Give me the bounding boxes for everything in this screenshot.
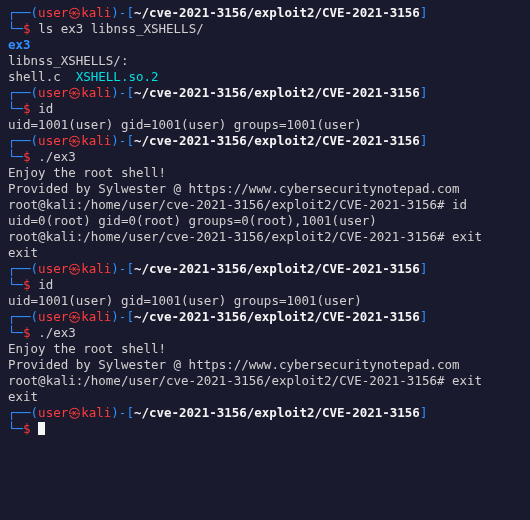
prompt-bracket: )-[ (111, 261, 134, 276)
prompt-corner-top: ┌──( (8, 5, 38, 20)
output-segment: libnss_XSHELLS/: (8, 53, 128, 68)
prompt-path: ~/cve-2021-3156/exploit2/CVE-2021-3156 (134, 309, 420, 324)
prompt-corner-bottom: └─ (8, 149, 23, 164)
output-line: libnss_XSHELLS/: (8, 53, 522, 69)
output-segment: root@kali:/home/user/cve-2021-3156/explo… (8, 229, 482, 244)
output-segment: uid=1001(user) gid=1001(user) groups=100… (8, 117, 362, 132)
output-line: root@kali:/home/user/cve-2021-3156/explo… (8, 373, 522, 389)
prompt-bracket-close: ] (420, 5, 428, 20)
output-segment: XSHELL.so.2 (76, 69, 159, 84)
prompt-line-2: └─$ id (8, 277, 522, 293)
prompt-corner-bottom: └─ (8, 325, 23, 340)
output-line: root@kali:/home/user/cve-2021-3156/explo… (8, 197, 522, 213)
output-segment: Enjoy the root shell! (8, 341, 166, 356)
prompt-corner-bottom: └─ (8, 421, 23, 436)
output-line: shell.c XSHELL.so.2 (8, 69, 522, 85)
output-segment: exit (8, 389, 38, 404)
prompt-host: kali (81, 5, 111, 20)
prompt-user: user (38, 309, 68, 324)
output-segment: Provided by Sylwester @ https://www.cybe… (8, 181, 460, 196)
output-segment: uid=0(root) gid=0(root) groups=0(root),1… (8, 213, 377, 228)
prompt-dollar: $ (23, 149, 38, 164)
output-line: uid=0(root) gid=0(root) groups=0(root),1… (8, 213, 522, 229)
output-line: root@kali:/home/user/cve-2021-3156/explo… (8, 229, 522, 245)
output-segment: uid=1001(user) gid=1001(user) groups=100… (8, 293, 362, 308)
prompt-dollar: $ (23, 325, 38, 340)
prompt-bracket-close: ] (420, 405, 428, 420)
output-line: exit (8, 245, 522, 261)
prompt-bracket: )-[ (111, 309, 134, 324)
prompt-host: kali (81, 405, 111, 420)
cursor (38, 422, 45, 435)
prompt-path: ~/cve-2021-3156/exploit2/CVE-2021-3156 (134, 261, 420, 276)
output-line: exit (8, 389, 522, 405)
output-segment: root@kali:/home/user/cve-2021-3156/explo… (8, 197, 467, 212)
prompt-host: kali (81, 261, 111, 276)
command-text[interactable]: ls ex3 libnss_XSHELLS/ (38, 21, 204, 36)
prompt-dollar: $ (23, 277, 38, 292)
prompt-at: ㉿ (68, 309, 81, 324)
output-line: Provided by Sylwester @ https://www.cybe… (8, 181, 522, 197)
prompt-line-2: └─$ ls ex3 libnss_XSHELLS/ (8, 21, 522, 37)
prompt-path: ~/cve-2021-3156/exploit2/CVE-2021-3156 (134, 405, 420, 420)
prompt-path: ~/cve-2021-3156/exploit2/CVE-2021-3156 (134, 133, 420, 148)
prompt-line-1: ┌──(user㉿kali)-[~/cve-2021-3156/exploit2… (8, 85, 522, 101)
output-line: uid=1001(user) gid=1001(user) groups=100… (8, 117, 522, 133)
prompt-corner-top: ┌──( (8, 85, 38, 100)
output-segment: ex3 (8, 37, 31, 52)
prompt-corner-top: ┌──( (8, 133, 38, 148)
terminal-window[interactable]: ┌──(user㉿kali)-[~/cve-2021-3156/exploit2… (0, 0, 530, 442)
prompt-corner-top: ┌──( (8, 405, 38, 420)
output-line: Enjoy the root shell! (8, 165, 522, 181)
command-text[interactable]: id (38, 101, 53, 116)
prompt-at: ㉿ (68, 405, 81, 420)
output-segment: shell.c (8, 69, 76, 84)
prompt-line-1: ┌──(user㉿kali)-[~/cve-2021-3156/exploit2… (8, 309, 522, 325)
prompt-at: ㉿ (68, 5, 81, 20)
output-segment: exit (8, 245, 38, 260)
command-text[interactable]: ./ex3 (38, 325, 76, 340)
prompt-user: user (38, 5, 68, 20)
prompt-corner-top: ┌──( (8, 309, 38, 324)
prompt-corner-bottom: └─ (8, 101, 23, 116)
prompt-path: ~/cve-2021-3156/exploit2/CVE-2021-3156 (134, 85, 420, 100)
prompt-dollar: $ (23, 101, 38, 116)
prompt-at: ㉿ (68, 133, 81, 148)
prompt-bracket: )-[ (111, 5, 134, 20)
prompt-line-2: └─$ (8, 421, 522, 437)
prompt-host: kali (81, 133, 111, 148)
output-line: ex3 (8, 37, 522, 53)
prompt-bracket-close: ] (420, 133, 428, 148)
prompt-bracket: )-[ (111, 405, 134, 420)
prompt-corner-top: ┌──( (8, 261, 38, 276)
output-segment: Provided by Sylwester @ https://www.cybe… (8, 357, 460, 372)
output-segment: Enjoy the root shell! (8, 165, 166, 180)
output-line: uid=1001(user) gid=1001(user) groups=100… (8, 293, 522, 309)
command-text[interactable]: ./ex3 (38, 149, 76, 164)
prompt-dollar: $ (23, 21, 38, 36)
prompt-line-1: ┌──(user㉿kali)-[~/cve-2021-3156/exploit2… (8, 405, 522, 421)
prompt-path: ~/cve-2021-3156/exploit2/CVE-2021-3156 (134, 5, 420, 20)
output-line: Provided by Sylwester @ https://www.cybe… (8, 357, 522, 373)
prompt-user: user (38, 405, 68, 420)
prompt-user: user (38, 85, 68, 100)
prompt-user: user (38, 133, 68, 148)
prompt-line-2: └─$ ./ex3 (8, 149, 522, 165)
prompt-corner-bottom: └─ (8, 21, 23, 36)
prompt-corner-bottom: └─ (8, 277, 23, 292)
prompt-at: ㉿ (68, 85, 81, 100)
prompt-bracket: )-[ (111, 133, 134, 148)
prompt-line-2: └─$ ./ex3 (8, 325, 522, 341)
prompt-line-1: ┌──(user㉿kali)-[~/cve-2021-3156/exploit2… (8, 261, 522, 277)
prompt-bracket-close: ] (420, 309, 428, 324)
prompt-at: ㉿ (68, 261, 81, 276)
prompt-host: kali (81, 309, 111, 324)
prompt-line-1: ┌──(user㉿kali)-[~/cve-2021-3156/exploit2… (8, 133, 522, 149)
prompt-bracket: )-[ (111, 85, 134, 100)
prompt-user: user (38, 261, 68, 276)
prompt-line-1: ┌──(user㉿kali)-[~/cve-2021-3156/exploit2… (8, 5, 522, 21)
prompt-line-2: └─$ id (8, 101, 522, 117)
prompt-dollar: $ (23, 421, 38, 436)
command-text[interactable]: id (38, 277, 53, 292)
output-segment: root@kali:/home/user/cve-2021-3156/explo… (8, 373, 482, 388)
